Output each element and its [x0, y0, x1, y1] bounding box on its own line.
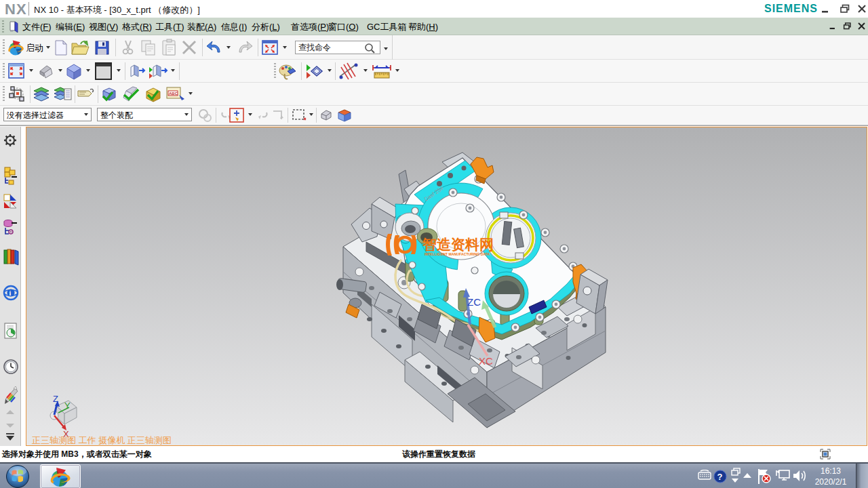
svg-text:XC: XC [479, 355, 493, 367]
svg-text:ZC: ZC [467, 296, 481, 308]
svg-text:INTELLIGENT MANUFACTURING DATA: INTELLIGENT MANUFACTURING DATA [425, 252, 490, 256]
svg-text:ABC: ABC [169, 92, 178, 96]
svg-text:Z: Z [53, 394, 58, 404]
svg-text:i: i [9, 289, 12, 297]
svg-text:智造资料网: 智造资料网 [422, 237, 494, 252]
svg-text:Y: Y [64, 401, 71, 411]
svg-text:?: ? [717, 472, 723, 482]
